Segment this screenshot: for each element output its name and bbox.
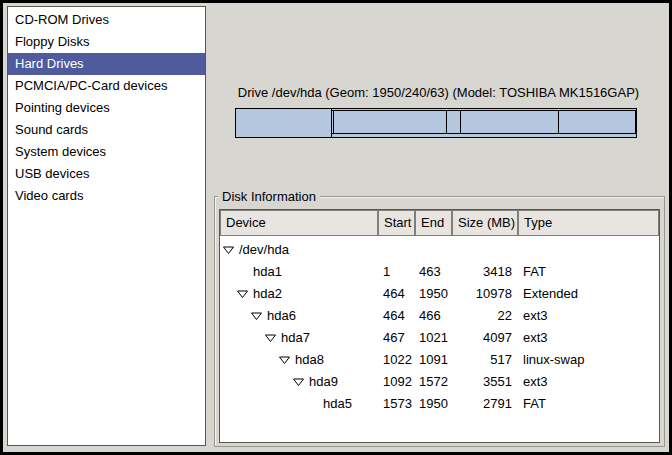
partition-bar bbox=[235, 108, 637, 138]
size-cell: 22 bbox=[452, 305, 518, 327]
device-name: hda7 bbox=[281, 327, 310, 349]
tree-indent bbox=[220, 338, 265, 339]
size-cell: 2791 bbox=[452, 393, 518, 415]
size-cell: 10978 bbox=[452, 283, 518, 305]
end-cell: 1950 bbox=[415, 283, 452, 305]
tree-indent bbox=[220, 294, 237, 295]
size-cell: 3551 bbox=[452, 371, 518, 393]
end-cell bbox=[415, 239, 452, 261]
sidebar-item-pcmcia-pc-card-devices[interactable]: PCMCIA/PC-Card devices bbox=[8, 75, 205, 97]
type-cell: FAT bbox=[518, 393, 659, 415]
column-header-start[interactable]: Start bbox=[378, 210, 415, 236]
device-cell: hda9 bbox=[220, 371, 378, 393]
tree-indent bbox=[220, 404, 307, 405]
start-cell: 467 bbox=[378, 327, 415, 349]
tree-indent bbox=[220, 382, 293, 383]
logical-boundary-hda7 bbox=[446, 111, 447, 133]
tree-indent bbox=[220, 316, 251, 317]
device-cell: hda6 bbox=[220, 305, 378, 327]
disk-information-groupbox: Disk Information DeviceStartEndSize (MB)… bbox=[214, 196, 665, 447]
type-cell: ext3 bbox=[518, 327, 659, 349]
device-name: hda8 bbox=[295, 349, 324, 371]
table-row-dev-hda[interactable]: /dev/hda bbox=[220, 239, 659, 261]
table-row-hda8[interactable]: hda810221091517linux-swap bbox=[220, 349, 659, 371]
table-row-hda7[interactable]: hda746710214097ext3 bbox=[220, 327, 659, 349]
column-header-type[interactable]: Type bbox=[518, 210, 659, 236]
expander-open-icon[interactable] bbox=[279, 356, 295, 365]
device-cell: /dev/hda bbox=[220, 239, 378, 261]
table-body: /dev/hdahda114633418FAThda2464195010978E… bbox=[220, 236, 659, 415]
tree-indent bbox=[220, 360, 279, 361]
start-cell: 1573 bbox=[378, 393, 415, 415]
sidebar-item-sound-cards[interactable]: Sound cards bbox=[8, 119, 205, 141]
expander-open-icon[interactable] bbox=[293, 378, 309, 387]
table-row-hda5[interactable]: hda5157319502791FAT bbox=[220, 393, 659, 415]
sidebar-item-floppy-disks[interactable]: Floppy Disks bbox=[8, 31, 205, 53]
expander-open-icon[interactable] bbox=[251, 312, 267, 321]
size-cell: 4097 bbox=[452, 327, 518, 349]
device-cell: hda1 bbox=[220, 261, 378, 283]
end-cell: 466 bbox=[415, 305, 452, 327]
device-name: /dev/hda bbox=[239, 239, 289, 261]
disk-table[interactable]: DeviceStartEndSize (MB)Type /dev/hdahda1… bbox=[219, 209, 660, 443]
logical-boundary-hda9 bbox=[558, 111, 559, 133]
start-cell: 464 bbox=[378, 283, 415, 305]
start-cell bbox=[378, 239, 415, 261]
logical-boundary-hda8 bbox=[460, 111, 461, 133]
type-cell: FAT bbox=[518, 261, 659, 283]
device-cell: hda5 bbox=[220, 393, 378, 415]
device-category-list[interactable]: CD-ROM DrivesFloppy DisksHard DrivesPCMC… bbox=[7, 6, 206, 446]
device-cell: hda2 bbox=[220, 283, 378, 305]
tree-indent bbox=[220, 272, 237, 273]
type-cell: Extended bbox=[518, 283, 659, 305]
start-cell: 1022 bbox=[378, 349, 415, 371]
end-cell: 463 bbox=[415, 261, 452, 283]
table-header-row: DeviceStartEndSize (MB)Type bbox=[220, 210, 659, 236]
end-cell: 1950 bbox=[415, 393, 452, 415]
hardware-browser-window: CD-ROM DrivesFloppy DisksHard DrivesPCMC… bbox=[0, 0, 672, 455]
column-header-end[interactable]: End bbox=[415, 210, 452, 236]
expander-open-icon[interactable] bbox=[223, 246, 239, 255]
device-name: hda2 bbox=[253, 283, 282, 305]
expander-open-icon[interactable] bbox=[265, 334, 281, 343]
drive-summary-label: Drive /dev/hda (Geom: 1950/240/63) (Mode… bbox=[211, 85, 666, 100]
column-header-size-mb[interactable]: Size (MB) bbox=[452, 210, 518, 236]
size-cell: 3418 bbox=[452, 261, 518, 283]
start-cell: 1 bbox=[378, 261, 415, 283]
device-name: hda5 bbox=[323, 393, 352, 415]
column-header-device[interactable]: Device bbox=[220, 210, 378, 236]
sidebar-item-cd-rom-drives[interactable]: CD-ROM Drives bbox=[8, 9, 205, 31]
device-cell: hda8 bbox=[220, 349, 378, 371]
type-cell: ext3 bbox=[518, 371, 659, 393]
start-cell: 1092 bbox=[378, 371, 415, 393]
type-cell: ext3 bbox=[518, 305, 659, 327]
device-name: hda1 bbox=[253, 261, 282, 283]
device-cell: hda7 bbox=[220, 327, 378, 349]
type-cell: linux-swap bbox=[518, 349, 659, 371]
sidebar-item-hard-drives[interactable]: Hard Drives bbox=[8, 53, 205, 75]
end-cell: 1572 bbox=[415, 371, 452, 393]
size-cell: 517 bbox=[452, 349, 518, 371]
sidebar-item-system-devices[interactable]: System devices bbox=[8, 141, 205, 163]
end-cell: 1021 bbox=[415, 327, 452, 349]
table-row-hda6[interactable]: hda646446622ext3 bbox=[220, 305, 659, 327]
expander-open-icon[interactable] bbox=[237, 290, 253, 299]
table-row-hda2[interactable]: hda2464195010978Extended bbox=[220, 283, 659, 305]
device-name: hda9 bbox=[309, 371, 338, 393]
size-cell bbox=[452, 239, 518, 261]
sidebar-item-pointing-devices[interactable]: Pointing devices bbox=[8, 97, 205, 119]
sidebar-item-video-cards[interactable]: Video cards bbox=[8, 185, 205, 207]
table-row-hda1[interactable]: hda114633418FAT bbox=[220, 261, 659, 283]
start-cell: 464 bbox=[378, 305, 415, 327]
extended-partition-box bbox=[331, 110, 636, 134]
device-name: hda6 bbox=[267, 305, 296, 327]
sidebar-item-usb-devices[interactable]: USB devices bbox=[8, 163, 205, 185]
table-row-hda9[interactable]: hda9109215723551ext3 bbox=[220, 371, 659, 393]
logical-boundary-hda6 bbox=[333, 111, 334, 133]
disk-information-legend: Disk Information bbox=[218, 189, 320, 204]
end-cell: 1091 bbox=[415, 349, 452, 371]
type-cell bbox=[518, 239, 659, 261]
